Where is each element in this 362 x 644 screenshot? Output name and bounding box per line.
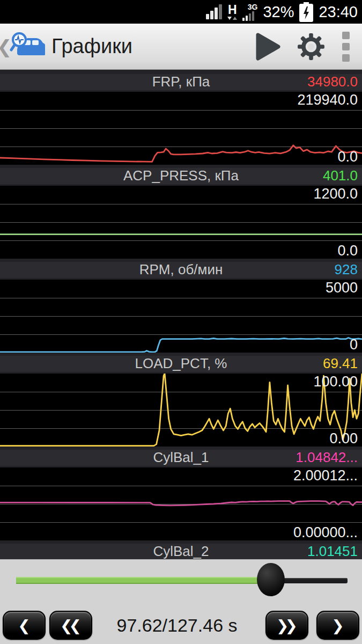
app-logo-icon[interactable]: [10, 31, 45, 62]
chart-min-label: 0: [350, 338, 358, 352]
chart-panel-load-pct: LOAD_PCT, % 69.41 100.00 0.00: [0, 356, 362, 447]
chart-title: LOAD_PCT, %: [0, 355, 362, 372]
chart-max-label: 5000: [326, 281, 358, 295]
chart-current-value: 928: [335, 261, 358, 278]
chart-panel-rpm: RPM, об/мин 928 5000 0: [0, 262, 362, 353]
phone-screen: H 3G 32% 23:40 ❮ Графики: [0, 0, 362, 644]
play-button[interactable]: [244, 24, 292, 70]
chart-min-label: 0.0: [337, 150, 358, 164]
chart-title: ACP_PRESS, кПа: [0, 167, 362, 184]
chart-line: [0, 280, 362, 353]
chart-header[interactable]: LOAD_PCT, % 69.41: [0, 356, 362, 372]
hspa-label: H: [228, 4, 237, 16]
hspa-network-icon: H: [227, 4, 237, 20]
chart-max-label: 1200.0: [313, 187, 358, 201]
chart-panel-acp-press: ACP_PRESS, кПа 401.0 1200.0 0.0: [0, 168, 362, 259]
double-chevron-left-icon: ❮❮: [60, 617, 78, 634]
playback-time: 97.62/127.46 s: [97, 611, 257, 640]
chart-max-label: 100.00: [313, 375, 358, 389]
chart-plot-area[interactable]: 100.00 0.00: [0, 374, 362, 447]
step-forward-button[interactable]: ❯: [316, 611, 359, 640]
3g-network-icon: 3G: [242, 3, 257, 21]
3g-label: 3G: [248, 3, 258, 11]
chart-current-value: 69.41: [323, 355, 358, 372]
chart-line: [0, 186, 362, 259]
fast-forward-button[interactable]: ❯❯: [265, 611, 308, 640]
chart-header[interactable]: CylBal_2 1.01451: [0, 544, 362, 559]
status-bar: H 3G 32% 23:40: [0, 0, 362, 24]
app-bar: ❮ Графики: [0, 24, 362, 70]
chart-header[interactable]: RPM, об/мин 928: [0, 262, 362, 278]
double-chevron-right-icon: ❯❯: [276, 617, 294, 634]
chart-scroll-area[interactable]: FRP, кПа 34980.0 219940.0 0.0 ACP_PRESS,…: [0, 70, 362, 559]
chart-panel-frp: FRP, кПа 34980.0 219940.0 0.0: [0, 74, 362, 165]
chart-plot-area[interactable]: 219940.0 0.0: [0, 92, 362, 165]
chart-max-label: 219940.0: [297, 93, 358, 107]
settings-gear-icon[interactable]: [292, 24, 330, 70]
chart-header[interactable]: ACP_PRESS, кПа 401.0: [0, 168, 362, 184]
chart-panel-cylbal-1: CylBal_1 1.04842... 2.00012... 0.00000..…: [0, 450, 362, 540]
chart-current-value: 34980.0: [307, 74, 358, 90]
slider-track-filled[interactable]: [16, 577, 270, 584]
chart-plot-area[interactable]: 5000 0: [0, 280, 362, 353]
chart-line: [0, 374, 362, 447]
chevron-left-icon: ❮: [18, 617, 30, 634]
chart-title: RPM, об/мин: [0, 261, 362, 278]
overflow-menu-icon[interactable]: [330, 24, 362, 70]
battery-percent: 32%: [263, 3, 294, 21]
page-title: Графики: [51, 35, 244, 58]
chart-min-label: 0.0: [337, 244, 358, 258]
battery-charging-icon: [299, 2, 313, 22]
step-back-button[interactable]: ❮: [3, 611, 46, 640]
chart-max-label: 2.00012...: [293, 469, 358, 483]
chevron-right-icon: ❯: [331, 617, 344, 634]
chart-panel-cylbal-2: CylBal_2 1.01451: [0, 544, 362, 559]
rewind-button[interactable]: ❮❮: [49, 611, 92, 640]
chart-current-value: 401.0: [323, 167, 358, 184]
playback-bar: ❮ ❮❮ 97.62/127.46 s ❯❯ ❯: [0, 559, 362, 644]
chart-plot-area[interactable]: 2.00012... 0.00000...: [0, 467, 362, 540]
chart-min-label: 0.00000...: [293, 525, 358, 540]
chart-min-label: 0.00: [329, 431, 358, 446]
chart-current-value: 1.04842...: [295, 449, 358, 466]
chart-header[interactable]: FRP, кПа 34980.0: [0, 74, 362, 90]
chart-current-value: 1.01451: [307, 543, 358, 559]
chart-plot-area[interactable]: 1200.0 0.0: [0, 186, 362, 259]
clock: 23:40: [319, 3, 358, 21]
chart-header[interactable]: CylBal_1 1.04842...: [0, 450, 362, 466]
back-chevron-icon[interactable]: ❮: [0, 36, 9, 57]
signal-strength-icon: [206, 4, 222, 19]
slider-thumb[interactable]: [257, 563, 285, 596]
